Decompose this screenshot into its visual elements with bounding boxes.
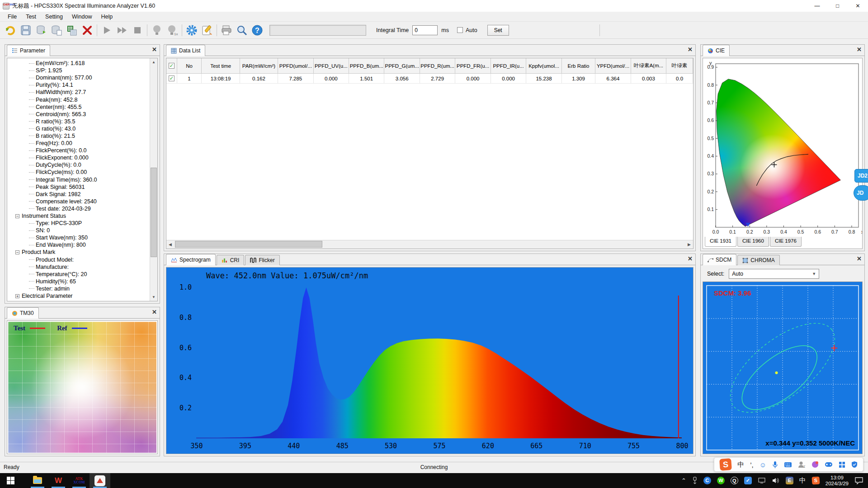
user-mode-icon[interactable]: 17: [798, 461, 806, 468]
parameter-tree[interactable]: Ee(mW/cm²): 1.618S/P: 1.925Dominant(nm):…: [7, 58, 150, 301]
tree-item[interactable]: −Instrument Status: [9, 212, 150, 220]
tree-item[interactable]: S/P: 1.925: [9, 67, 150, 74]
tab-flicker[interactable]: Flicker: [245, 255, 279, 265]
new-file-icon[interactable]: [3, 23, 18, 38]
print-icon[interactable]: [219, 23, 234, 38]
tree-item[interactable]: −Product Mark: [9, 249, 150, 256]
edit-icon[interactable]: [199, 23, 215, 38]
column-header[interactable]: YPFD(umol/...: [595, 58, 631, 73]
close-icon[interactable]: ✕: [688, 256, 693, 262]
tree-item[interactable]: Tester: admin: [9, 285, 150, 292]
column-header[interactable]: Erb Ratio: [562, 58, 596, 73]
close-icon[interactable]: ✕: [152, 309, 157, 315]
zoom-icon[interactable]: [234, 23, 250, 38]
column-header[interactable]: PPFD_FR(u...: [455, 58, 491, 73]
lamp-multi-icon[interactable]: 1x: [165, 23, 180, 38]
tab-cie[interactable]: CIE: [703, 45, 730, 56]
run-test-icon[interactable]: [99, 23, 114, 38]
scroll-right-icon[interactable]: ▶: [685, 240, 693, 249]
row-checkbox[interactable]: ✓: [169, 75, 175, 81]
collapse-icon[interactable]: −: [15, 250, 19, 254]
tree-item[interactable]: Start Wave(nm): 350: [9, 234, 150, 241]
menu-file[interactable]: File: [4, 13, 21, 21]
taskbar-clock[interactable]: 13:09 2024/3/29: [826, 475, 849, 487]
sdcm-standard-dropdown[interactable]: Auto ▼: [729, 269, 819, 279]
skin-palette-icon[interactable]: [811, 461, 819, 468]
integral-time-input[interactable]: [412, 25, 438, 35]
floating-assist-button-jd[interactable]: JD: [854, 185, 868, 201]
set-button[interactable]: Set: [487, 25, 509, 36]
tree-item[interactable]: Centroid(nm): 565.3: [9, 111, 150, 118]
cie-tab-cie-1960[interactable]: CIE 1960: [737, 237, 769, 247]
network-tray-icon[interactable]: [758, 477, 766, 484]
tree-item[interactable]: Humidity(%): 65: [9, 278, 150, 285]
column-header[interactable]: PPFD_R(um...: [420, 58, 455, 73]
tab-cri[interactable]: CRI: [217, 255, 245, 265]
select-all-header[interactable]: ✓: [166, 58, 177, 73]
expand-icon[interactable]: +: [15, 294, 19, 298]
taskbar-wps[interactable]: W: [48, 473, 69, 488]
toolbox-shield-icon[interactable]: [851, 461, 858, 468]
column-header[interactable]: PPFD_IR(u...: [491, 58, 526, 73]
tree-item[interactable]: FlickPercent(%): 0.0: [9, 147, 150, 154]
scroll-up-icon[interactable]: ▲: [150, 58, 157, 66]
ime-toolbar[interactable]: S 中 ’, ☺ 17: [714, 457, 863, 472]
hidden-icons-chevron[interactable]: ⌃: [681, 477, 686, 484]
column-header[interactable]: PAR(mW/cm²): [240, 58, 278, 73]
stop-test-icon[interactable]: [130, 23, 145, 38]
chinese-mode-icon[interactable]: 中: [737, 460, 744, 469]
settings-gear-icon[interactable]: [184, 23, 199, 38]
taskbar-atk-xcom[interactable]: ATKXCOM: [69, 473, 90, 488]
export-database-icon[interactable]: [49, 23, 64, 38]
punctuation-icon[interactable]: ’,: [750, 461, 754, 469]
tree-item[interactable]: +Electrical Parameter: [9, 292, 150, 300]
close-button[interactable]: ✕: [848, 0, 868, 12]
usb-tray-icon[interactable]: [692, 477, 698, 484]
maximize-button[interactable]: □: [827, 0, 848, 12]
tree-item[interactable]: Freq(Hz): 0.00: [9, 140, 150, 147]
minimize-button[interactable]: —: [807, 0, 827, 12]
select-all-checkbox[interactable]: ✓: [169, 63, 175, 69]
tree-item[interactable]: DutyCycle(%): 0.0: [9, 161, 150, 169]
column-header[interactable]: PPFD_UV(u...: [314, 58, 349, 73]
close-icon[interactable]: ✕: [152, 47, 157, 53]
volume-tray-icon[interactable]: [772, 477, 780, 484]
column-header[interactable]: PPFD_G(um...: [384, 58, 420, 73]
column-header[interactable]: 叶绿素A(m...: [631, 58, 666, 73]
tree-item[interactable]: HalfWidth(nm): 27.7: [9, 89, 150, 96]
close-icon[interactable]: ✕: [857, 256, 862, 262]
start-button[interactable]: [0, 473, 21, 488]
tree-item[interactable]: B ratio(%): 21.5: [9, 132, 150, 140]
et-tray-icon[interactable]: E: [786, 477, 793, 484]
scrollbar-thumb[interactable]: [151, 168, 157, 258]
device-select-field[interactable]: [269, 25, 366, 36]
tab-parameter[interactable]: Parameter: [7, 45, 50, 56]
tree-item[interactable]: Product Model:: [9, 256, 150, 263]
help-icon[interactable]: ?: [250, 23, 265, 38]
game-center-icon[interactable]: [825, 461, 833, 468]
tree-item[interactable]: FlickCycle(ms): 0.00: [9, 169, 150, 176]
parameter-scrollbar[interactable]: ▲ ▼: [150, 58, 157, 301]
taskbar-file-explorer[interactable]: [27, 473, 48, 488]
wechat-tray-icon[interactable]: W: [717, 477, 725, 484]
collapse-icon[interactable]: −: [15, 214, 19, 218]
tree-item[interactable]: Temperature(°C): 20: [9, 271, 150, 278]
tencent-meeting-tray-icon[interactable]: C: [703, 477, 711, 484]
tree-item[interactable]: R ratio(%): 35.5: [9, 118, 150, 125]
tree-item[interactable]: G ratio(%): 43.0: [9, 125, 150, 132]
microphone-icon[interactable]: [772, 461, 778, 469]
scroll-left-icon[interactable]: ◀: [166, 240, 174, 249]
table-row[interactable]: ✓113:08:190.1627.2850.0001.5013.0562.729…: [166, 74, 693, 84]
tab-spectrogram[interactable]: Spectrogram: [166, 254, 216, 265]
tree-item[interactable]: SN: 0: [9, 227, 150, 234]
emoji-icon[interactable]: ☺: [760, 461, 766, 469]
keyboard-icon[interactable]: [784, 462, 792, 468]
cie-tab-cie-1931[interactable]: CIE 1931: [705, 237, 736, 247]
tree-item[interactable]: Manufacture:: [9, 263, 150, 271]
row-select-cell[interactable]: ✓: [166, 74, 177, 84]
scrollbar-thumb[interactable]: [175, 241, 322, 248]
tree-item[interactable]: FlickExponent: 0.000: [9, 154, 150, 161]
tree-item[interactable]: End Wave(nm): 800: [9, 241, 150, 249]
tree-item[interactable]: Dominant(nm): 577.00: [9, 74, 150, 81]
data-table[interactable]: ✓NoTest timePAR(mW/cm²)PPFD(umol/...PPFD…: [166, 58, 693, 240]
